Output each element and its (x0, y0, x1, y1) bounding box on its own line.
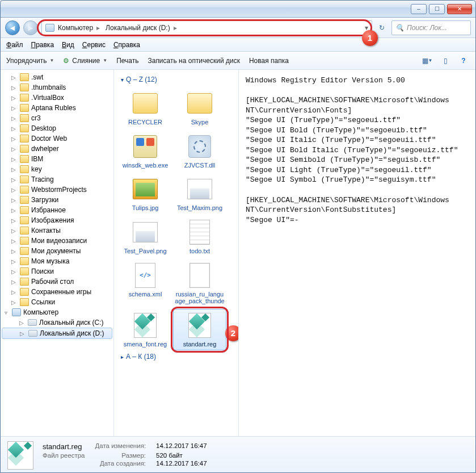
address-bar[interactable]: Компьютер ▸ Локальный диск (D:) ▸ ▾ (41, 20, 372, 35)
group-header-qz[interactable]: ▾Q – Z (12) (116, 73, 236, 87)
merge-button[interactable]: ⚙Слияние▼ (63, 57, 107, 65)
tree-item[interactable]: ▷.thumbnails (1, 82, 113, 93)
expand-icon[interactable]: ▷ (11, 228, 16, 234)
forward-button[interactable]: ► (23, 20, 38, 35)
tree-item[interactable]: ▷dwhelper (1, 144, 113, 154)
file-tile[interactable]: smena_font.reg (119, 309, 172, 351)
tree-item-label: Моя музыка (31, 257, 69, 265)
search-input[interactable]: 🔍 Поиск: Лок... (391, 20, 471, 35)
file-list-pane[interactable]: ▾Q – Z (12) RECYCLERSkypewinsdk_web.exeZ… (114, 70, 239, 436)
tree-item-drive[interactable]: ▷Локальный диск (C:) (1, 317, 113, 328)
expand-icon[interactable]: ▷ (11, 115, 16, 122)
folder-icon (20, 247, 29, 255)
breadcrumb-computer[interactable]: Компьютер ▸ (45, 24, 100, 32)
new-folder-button[interactable]: Новая папка (249, 57, 289, 65)
file-tile[interactable]: Test_Pavel.png (119, 216, 172, 258)
tree-item[interactable]: ▷Tracing (1, 174, 113, 185)
file-tile[interactable]: standart.reg (173, 309, 226, 351)
menu-edit[interactable]: Правка (31, 41, 54, 49)
expand-icon[interactable]: ▷ (11, 299, 16, 305)
expand-icon[interactable]: ▷ (11, 85, 16, 91)
menu-file[interactable]: Файл (6, 41, 23, 49)
minimize-button[interactable]: – (411, 4, 427, 14)
organize-button[interactable]: Упорядочить▼ (6, 57, 54, 65)
computer-icon (45, 24, 54, 32)
tree-item[interactable]: ▷Мои документы (1, 246, 113, 256)
expand-icon[interactable]: ▷ (11, 177, 16, 183)
expand-icon[interactable]: ▷ (11, 238, 16, 244)
expand-icon[interactable]: ▷ (11, 248, 16, 254)
menu-help[interactable]: Справка (113, 41, 140, 49)
collapse-icon[interactable]: ▿ (3, 309, 9, 316)
expand-icon[interactable]: ▷ (11, 156, 16, 162)
file-tile[interactable]: Test_Maxim.png (173, 173, 226, 215)
tree-item[interactable]: ▷key (1, 164, 113, 174)
expand-icon[interactable]: ▷ (11, 105, 16, 111)
expand-icon[interactable]: ▷ (11, 74, 16, 81)
expand-icon[interactable]: ▷ (11, 269, 16, 275)
tree-item[interactable]: ▷Сохраненные игры (1, 287, 113, 297)
tree-item[interactable]: ▷.swt (1, 72, 113, 82)
chevron-right-icon: ▸ (121, 354, 124, 360)
folder-icon (20, 145, 29, 153)
tree-item[interactable]: ▷Рабочий стол (1, 277, 113, 287)
expand-icon[interactable]: ▷ (19, 330, 25, 337)
group-header-ak[interactable]: ▸А – К (18) (116, 350, 236, 364)
expand-icon[interactable]: ▷ (19, 320, 24, 326)
file-tile[interactable]: todo.txt (173, 216, 226, 258)
tree-item[interactable]: ▷Desktop (1, 123, 113, 133)
expand-icon[interactable]: ▷ (11, 136, 16, 142)
tree-item[interactable]: ▷WebstormProjects (1, 185, 113, 195)
tree-item-label: .VirtualBox (31, 94, 64, 102)
expand-icon[interactable]: ▷ (11, 258, 16, 265)
menu-view[interactable]: Вид (62, 41, 74, 49)
tree-item[interactable]: ▷Поиски (1, 266, 113, 277)
tree-item[interactable]: ▷Мои видеозаписи (1, 236, 113, 246)
file-tile[interactable]: winsdk_web.exe (119, 130, 172, 172)
expand-icon[interactable]: ▷ (11, 125, 16, 132)
tree-item[interactable]: ▷.VirtualBox (1, 93, 113, 103)
tree-item-label: Локальный диск (C:) (39, 319, 104, 327)
file-tile[interactable]: russian_ru_language_pack_thunde (173, 259, 226, 308)
expand-icon[interactable]: ▷ (11, 146, 16, 152)
expand-icon[interactable]: ▷ (11, 166, 16, 173)
tree-item[interactable]: ▷Моя музыка (1, 256, 113, 266)
tree-item[interactable]: ▷Избранное (1, 205, 113, 215)
folder-icon (20, 73, 29, 81)
file-tile[interactable]: ZJVCST.dll (173, 130, 226, 172)
tree-item[interactable]: ▷cr3 (1, 113, 113, 123)
refresh-button[interactable]: ↻ (376, 22, 388, 34)
burn-button[interactable]: Записать на оптический диск (148, 57, 240, 65)
navigation-tree[interactable]: ▷.swt▷.thumbnails▷.VirtualBox▷Aptana Rub… (1, 70, 114, 436)
expand-icon[interactable]: ▷ (11, 207, 16, 214)
file-tile[interactable]: Tulips.jpg (119, 173, 172, 215)
tree-item[interactable]: ▷Загрузки (1, 195, 113, 205)
tree-item[interactable]: ▷Ссылки (1, 297, 113, 307)
expand-icon[interactable]: ▷ (11, 217, 16, 224)
tree-item-drive[interactable]: ▷Локальный диск (D:) (2, 328, 112, 339)
menu-tools[interactable]: Сервис (82, 41, 106, 49)
tree-item[interactable]: ▷Контакты (1, 225, 113, 236)
file-tile[interactable]: RECYCLER (119, 87, 172, 129)
breadcrumb-drive[interactable]: Локальный диск (D:) ▸ (106, 24, 177, 32)
print-button[interactable]: Печать (116, 57, 138, 65)
file-tile[interactable]: Skype (173, 87, 226, 129)
file-tile[interactable]: schema.xml (119, 259, 172, 308)
tree-item[interactable]: ▷Doctor Web (1, 133, 113, 144)
expand-icon[interactable]: ▷ (11, 187, 16, 193)
preview-pane-button[interactable]: ▯ (439, 55, 452, 67)
tree-item[interactable]: ▷Aptana Rubles (1, 103, 113, 113)
tree-item-computer[interactable]: ▿Компьютер (1, 307, 113, 317)
expand-icon[interactable]: ▷ (11, 289, 16, 295)
view-mode-button[interactable]: ▦ ▼ (421, 55, 433, 67)
expand-icon[interactable]: ▷ (11, 197, 16, 203)
tree-item[interactable]: ▷Изображения (1, 215, 113, 225)
expand-icon[interactable]: ▷ (11, 95, 16, 101)
close-button[interactable]: ✕ (447, 4, 472, 14)
help-button[interactable]: ? (457, 55, 470, 67)
tree-item[interactable]: ▷IBM (1, 154, 113, 164)
maximize-button[interactable]: ☐ (429, 4, 445, 14)
expand-icon[interactable]: ▷ (11, 279, 16, 285)
back-button[interactable]: ◄ (5, 20, 20, 35)
chevron-right-icon: ▸ (96, 24, 100, 32)
